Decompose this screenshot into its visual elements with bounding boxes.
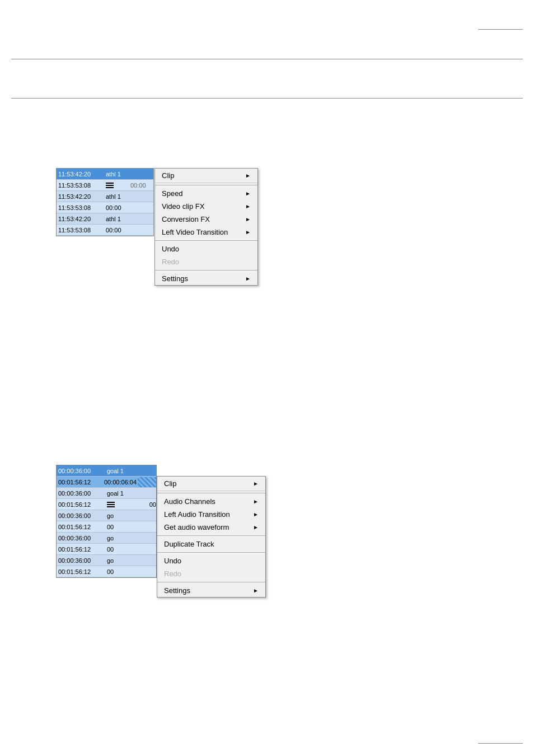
- track-row[interactable]: 11:53:42:20 athl 1: [57, 213, 153, 225]
- track-time: 11:53:53:08: [57, 227, 104, 234]
- track-row[interactable]: 11:53:53:08 00:00: [57, 180, 153, 191]
- conversion-fx-label: Conversion FX: [162, 215, 210, 223]
- track-row[interactable]: 11:53:53:08 00:00: [57, 225, 153, 236]
- track-time: 11:53:42:20: [57, 216, 104, 222]
- atrack-time: 00:00:36:00: [57, 557, 106, 564]
- track-name: 00:00: [104, 204, 153, 211]
- atrack-name: [106, 502, 148, 507]
- audio-track-row[interactable]: 00:01:56:12 00: [57, 521, 156, 533]
- atrack-time: 00:01:56:12: [57, 568, 106, 575]
- audio-track-row[interactable]: 00:01:56:12 00:00:06:04: [57, 477, 156, 488]
- redo-label-2: Redo: [164, 570, 181, 578]
- atrack-time: 00:01:56:12: [57, 479, 103, 486]
- audio-track-row[interactable]: 00:01:56:12 00: [57, 566, 156, 577]
- get-audio-waveform-label: Get audio waveform: [164, 523, 229, 531]
- atrack-name: goal 1: [106, 468, 156, 474]
- menu-separator: [157, 552, 265, 553]
- speed-label: Speed: [162, 189, 183, 198]
- left-video-transition-arrow: ►: [245, 229, 251, 235]
- audio-track-row[interactable]: 00:00:36:00 goal 1: [57, 465, 156, 477]
- audio-context-menu: Clip ► Audio Channels ► Left Audio Trans…: [157, 476, 266, 598]
- atrack-dur: 00: [149, 501, 156, 508]
- atrack-time: 00:00:36:00: [57, 512, 106, 519]
- track-name: 00:00: [104, 227, 153, 234]
- clip-label: Clip: [162, 171, 174, 180]
- audio-track-row[interactable]: 00:00:36:00 go: [57, 555, 156, 566]
- redo-label: Redo: [162, 258, 179, 266]
- undo-label: Undo: [162, 245, 179, 253]
- menu-item-settings[interactable]: Settings ►: [155, 272, 257, 285]
- menu-item-audio-channels[interactable]: Audio Channels ►: [157, 495, 265, 508]
- menu-item-redo: Redo: [155, 255, 257, 268]
- clip-arrow: ►: [245, 172, 251, 179]
- menu-separator: [157, 493, 265, 493]
- menu-separator: [157, 582, 265, 582]
- left-video-transition-label: Left Video Transition: [162, 228, 228, 236]
- menu-item-redo-2: Redo: [157, 567, 265, 580]
- hamburger-icon: [106, 183, 114, 188]
- menu-item-conversion-fx[interactable]: Conversion FX ►: [155, 213, 257, 226]
- video-clip-fx-label: Video clip FX: [162, 202, 204, 211]
- atrack-time: 00:01:56:12: [57, 524, 106, 530]
- video-section: 11:53:42:20 athl 1 11:53:53:08 00:00 11:…: [56, 168, 154, 236]
- hr-mid: [11, 98, 523, 99]
- atrack-name: 00:00:06:04: [103, 479, 137, 486]
- left-audio-transition-label: Left Audio Transition: [164, 510, 230, 519]
- video-context-menu: Clip ► Speed ► Video clip FX ► Conversio…: [154, 168, 258, 286]
- track-time: 11:53:53:08: [57, 204, 104, 211]
- menu-separator: [157, 535, 265, 536]
- atrack-name: goal 1: [106, 490, 156, 497]
- atrack-name: 00: [106, 524, 156, 530]
- audio-channels-label: Audio Channels: [164, 497, 216, 506]
- audio-channels-arrow: ►: [253, 498, 259, 505]
- audio-track-row[interactable]: 00:00:36:00 goal 1: [57, 488, 156, 499]
- menu-separator: [155, 270, 257, 270]
- menu-item-settings-2[interactable]: Settings ►: [157, 584, 265, 597]
- audio-track-row[interactable]: 00:00:36:00 go: [57, 510, 156, 521]
- atrack-time: 00:01:56:12: [57, 501, 106, 508]
- track-name: athl 1: [104, 171, 153, 178]
- track-name: athl 1: [104, 216, 153, 222]
- track-row[interactable]: 11:53:53:08 00:00: [57, 202, 153, 213]
- menu-top-clip[interactable]: Clip ►: [155, 169, 257, 183]
- track-row[interactable]: 11:53:42:20 athl 1: [57, 169, 153, 180]
- menu-separator: [155, 185, 257, 185]
- speed-arrow: ►: [245, 190, 251, 197]
- audio-section: 00:00:36:00 goal 1 00:01:56:12 00:00:06:…: [56, 465, 157, 578]
- settings-label-2: Settings: [164, 586, 190, 595]
- hamburger-icon: [107, 502, 115, 507]
- menu-separator: [155, 240, 257, 241]
- get-audio-waveform-arrow: ►: [253, 524, 259, 530]
- track-row[interactable]: 11:53:42:20 athl 1: [57, 191, 153, 202]
- clip-indicator: [138, 477, 156, 487]
- menu-item-left-video-transition[interactable]: Left Video Transition ►: [155, 226, 257, 239]
- audio-track-row[interactable]: 00:01:56:12 00: [57, 499, 156, 510]
- track-time: 11:53:42:20: [57, 193, 104, 200]
- track-time: 11:53:42:20: [57, 171, 104, 178]
- video-track-list: 11:53:42:20 athl 1 11:53:53:08 00:00 11:…: [56, 168, 154, 236]
- duplicate-track-label: Duplicate Track: [164, 540, 214, 548]
- audio-track-row[interactable]: 00:00:36:00 go: [57, 533, 156, 544]
- settings-label: Settings: [162, 274, 188, 283]
- track-time: 11:53:53:08: [57, 182, 104, 189]
- left-audio-transition-arrow: ►: [253, 511, 259, 517]
- atrack-name: go: [106, 557, 156, 564]
- menu-item-duplicate-track[interactable]: Duplicate Track: [157, 538, 265, 550]
- conversion-fx-arrow: ►: [245, 216, 251, 222]
- menu-top-clip-2[interactable]: Clip ►: [157, 477, 265, 491]
- atrack-name: go: [106, 535, 156, 542]
- settings-arrow: ►: [245, 276, 251, 282]
- top-right-line: [478, 29, 523, 30]
- atrack-name: 00: [106, 568, 156, 575]
- hr-top: [11, 59, 523, 59]
- menu-item-left-audio-transition[interactable]: Left Audio Transition ►: [157, 508, 265, 521]
- menu-item-speed[interactable]: Speed ►: [155, 187, 257, 200]
- clip-arrow-2: ►: [253, 480, 259, 487]
- audio-track-row[interactable]: 00:01:56:12 00: [57, 544, 156, 555]
- audio-track-list: 00:00:36:00 goal 1 00:01:56:12 00:00:06:…: [56, 465, 157, 578]
- menu-item-undo[interactable]: Undo: [155, 242, 257, 255]
- menu-item-get-audio-waveform[interactable]: Get audio waveform ►: [157, 521, 265, 534]
- menu-item-undo-2[interactable]: Undo: [157, 554, 265, 567]
- menu-item-video-clip-fx[interactable]: Video clip FX ►: [155, 200, 257, 213]
- clip-label-2: Clip: [164, 479, 176, 488]
